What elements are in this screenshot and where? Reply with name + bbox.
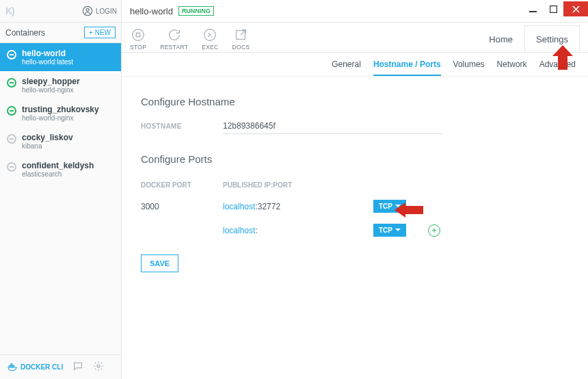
stop-button[interactable]: STOP — [130, 27, 146, 51]
status-running-icon — [7, 106, 16, 116]
minimize-icon — [529, 5, 537, 13]
svg-point-1 — [86, 8, 89, 11]
container-name: hello-world — [22, 49, 73, 58]
hostname-label: HOSTNAME — [141, 122, 223, 130]
protocol-select[interactable]: TCP — [373, 224, 406, 237]
container-list: hello-world hello-world:latest sleepy_ho… — [0, 43, 121, 354]
subtab-network[interactable]: Network — [497, 60, 527, 76]
container-item-cocky-liskov[interactable]: cocky_liskov kibana — [0, 127, 121, 155]
settings-content: Configure Hostname HOSTNAME 12b89386645f… — [122, 77, 588, 283]
feedback-button[interactable] — [72, 361, 83, 374]
window-close[interactable] — [563, 1, 588, 16]
docker-cli-button[interactable]: DOCKER CLI — [7, 362, 63, 373]
port-row: 3000 localhost:32772 TCP — [141, 194, 569, 218]
page-title: hello-world — [130, 6, 173, 16]
svg-rect-2 — [9, 365, 10, 367]
container-image: hello-world-nginx — [22, 114, 99, 122]
svg-rect-4 — [11, 363, 12, 365]
close-icon — [572, 5, 580, 13]
whale-icon — [7, 362, 18, 373]
container-image: elasticsearch — [22, 170, 94, 178]
sidebar-title: Containers — [5, 28, 45, 38]
status-running-icon — [7, 78, 16, 88]
restart-button[interactable]: RESTART — [160, 27, 188, 51]
login-label: LOGIN — [96, 8, 117, 15]
container-name: trusting_zhukovsky — [22, 105, 99, 114]
status-stopped-icon — [7, 162, 16, 172]
docker-port-value: 3000 — [141, 202, 223, 211]
status-badge: RUNNING — [178, 6, 214, 16]
container-name: sleepy_hopper — [22, 77, 80, 86]
gear-icon — [93, 361, 104, 371]
action-toolbar: STOP RESTART EXEC DOCS Home Settings — [122, 23, 588, 53]
main-panel: hello-world RUNNING STOP — [122, 0, 588, 379]
new-container-button[interactable]: + NEW — [84, 27, 116, 38]
svg-rect-5 — [13, 365, 14, 367]
svg-point-9 — [133, 29, 144, 40]
app-logo: K) — [5, 5, 14, 16]
container-item-sleepy-hopper[interactable]: sleepy_hopper hello-world-nginx — [0, 71, 121, 99]
subtab-hostname-ports[interactable]: Hostname / Ports — [373, 60, 441, 76]
sidebar: K) LOGIN Containers + NEW hello-world he… — [0, 0, 122, 379]
add-port-button[interactable]: + — [428, 224, 440, 237]
terminal-icon — [202, 27, 217, 42]
status-stopped-icon — [7, 134, 16, 144]
svg-rect-3 — [11, 365, 12, 367]
svg-point-6 — [97, 365, 100, 367]
published-port-link[interactable]: localhost:32772 — [223, 202, 332, 211]
exec-button[interactable]: EXEC — [202, 27, 218, 51]
ports-heading: Configure Ports — [141, 153, 569, 165]
svg-rect-10 — [136, 33, 140, 37]
container-image: hello-world:latest — [22, 58, 73, 66]
window-maximize[interactable] — [543, 1, 563, 16]
titlebar: hello-world RUNNING — [122, 0, 588, 23]
preferences-button[interactable] — [93, 361, 104, 374]
subtab-advanced[interactable]: Advanced — [539, 60, 576, 76]
tab-home[interactable]: Home — [477, 25, 524, 52]
col-published: PUBLISHED IP:PORT — [223, 181, 332, 189]
container-item-trusting-zhukovsky[interactable]: trusting_zhukovsky hello-world-nginx — [0, 99, 121, 127]
restart-icon — [167, 27, 182, 42]
subtab-general[interactable]: General — [332, 60, 361, 76]
svg-rect-7 — [529, 11, 537, 12]
container-name: cocky_liskov — [22, 133, 73, 142]
save-button[interactable]: SAVE — [141, 254, 178, 272]
user-icon — [82, 5, 93, 16]
window-minimize[interactable] — [522, 1, 543, 16]
hostname-input[interactable]: 12b89386645f — [223, 118, 442, 134]
container-image: hello-world-nginx — [22, 86, 80, 94]
container-image: kibana — [22, 142, 73, 150]
published-port-link[interactable]: localhost: — [223, 226, 332, 235]
container-item-confident-keldysh[interactable]: confident_keldysh elasticsearch — [0, 155, 121, 183]
svg-rect-8 — [550, 5, 557, 12]
container-name: confident_keldysh — [22, 161, 94, 170]
protocol-select[interactable]: TCP — [373, 200, 406, 213]
chat-icon — [72, 361, 83, 371]
external-link-icon — [233, 27, 248, 42]
container-item-hello-world[interactable]: hello-world hello-world:latest — [0, 43, 121, 71]
tab-settings[interactable]: Settings — [524, 25, 580, 52]
status-running-icon — [7, 50, 16, 60]
port-row: localhost: TCP + — [141, 218, 569, 242]
maximize-icon — [550, 5, 557, 13]
stop-icon — [131, 27, 146, 42]
hostname-heading: Configure Hostname — [141, 96, 569, 107]
col-docker-port: DOCKER PORT — [141, 181, 223, 189]
docs-button[interactable]: DOCS — [232, 27, 250, 51]
subtab-volumes[interactable]: Volumes — [453, 60, 485, 76]
login-button[interactable]: LOGIN — [82, 5, 117, 16]
sub-tabs: General Hostname / Ports Volumes Network… — [122, 53, 588, 77]
